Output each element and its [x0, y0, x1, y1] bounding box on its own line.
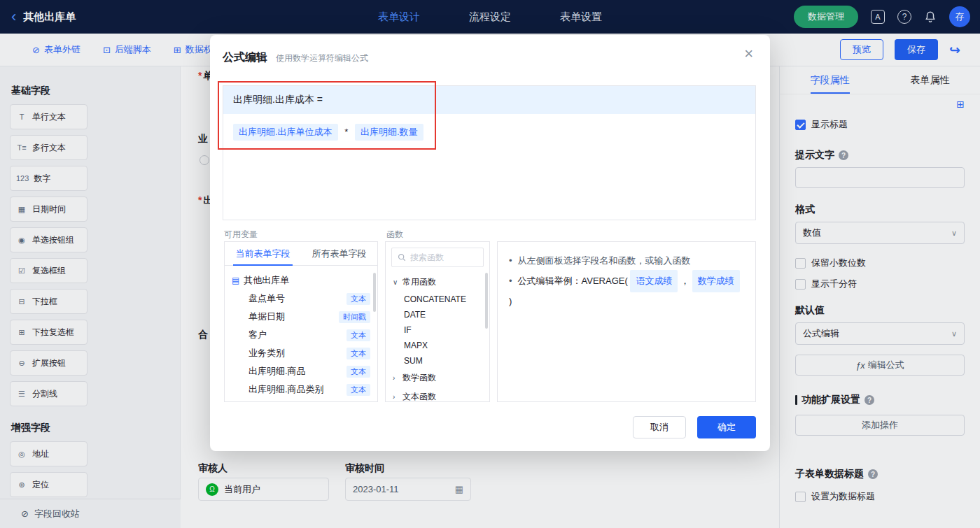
formula-target: 出库明细.出库成本 =	[223, 86, 755, 114]
function-group-text[interactable]: › 文本函数	[386, 387, 489, 402]
type-tag: 文本	[346, 384, 370, 396]
functions-label: 函数	[386, 229, 403, 241]
function-item[interactable]: IF	[386, 322, 489, 338]
type-tag: 时间戳	[339, 311, 370, 323]
tab-current-form-fields[interactable]: 当前表单字段	[225, 242, 301, 265]
variable-row[interactable]: 出库明细.商品文本	[225, 362, 377, 380]
variable-row[interactable]: 业务类别文本	[225, 344, 377, 362]
variable-row[interactable]: 客户文本	[225, 326, 377, 344]
formula-help-panel: •从左侧面板选择字段名和函数，或输入函数 •公式编辑举例：AVERAGE( 语文…	[497, 241, 756, 402]
function-group-math[interactable]: › 数学函数	[386, 369, 489, 387]
tree-root-label: 其他出库单	[244, 274, 289, 287]
chevron-right-icon: ›	[393, 374, 398, 382]
function-search-input[interactable]: 搜索函数	[391, 248, 484, 267]
search-placeholder: 搜索函数	[410, 252, 444, 264]
modal-title: 公式编辑	[223, 50, 267, 65]
tab-all-form-fields[interactable]: 所有表单字段	[301, 242, 377, 265]
function-group-common[interactable]: ∨ 常用函数	[386, 273, 489, 292]
confirm-button[interactable]: 确定	[697, 416, 756, 438]
formula-edit-modal: 公式编辑 使用数学运算符编辑公式 × 出库明细.出库成本 = 出库明细.出库单位…	[210, 35, 770, 451]
modal-subtitle: 使用数学运算符编辑公式	[276, 52, 368, 64]
help-line-1: •从左侧面板选择字段名和函数，或输入函数	[509, 252, 744, 270]
chevron-down-icon: ∨	[393, 278, 398, 286]
search-icon	[398, 253, 406, 262]
help-line-2: •公式编辑举例：AVERAGE( 语文成绩 ， 数学成绩 )	[509, 270, 744, 311]
variable-row[interactable]: 盘点单号文本	[225, 290, 377, 308]
formula-operator: *	[344, 127, 348, 137]
formula-editor[interactable]: 出库明细.出库成本 = 出库明细.出库单位成本 * 出库明细.数量	[223, 85, 756, 220]
type-tag: 文本	[346, 329, 370, 341]
functions-panel: 搜索函数 ∨ 常用函数 CONCATENATE DATE IF MAPX SUM…	[385, 241, 490, 402]
close-icon[interactable]: ×	[744, 46, 753, 62]
function-item[interactable]: SUM	[386, 353, 489, 369]
variables-label: 可用变量	[224, 229, 258, 241]
form-doc-icon: ▤	[232, 276, 239, 285]
variables-panel: 当前表单字段 所有表单字段 ▤ 其他出库单 盘点单号文本 单据日期时间戳 客户文…	[224, 241, 378, 402]
variable-row[interactable]: 出库明细.商品类别文本	[225, 380, 377, 399]
function-item[interactable]: MAPX	[386, 338, 489, 353]
function-item[interactable]: DATE	[386, 307, 489, 322]
scrollbar[interactable]	[373, 273, 376, 312]
variable-row[interactable]: 单据日期时间戳	[225, 308, 377, 326]
tree-root-form[interactable]: ▤ 其他出库单	[225, 271, 377, 290]
type-tag: 文本	[346, 293, 370, 305]
formula-field-chip[interactable]: 出库明细.出库单位成本	[233, 124, 338, 141]
type-tag: 文本	[346, 366, 370, 378]
function-item[interactable]: CONCATENATE	[386, 292, 489, 307]
example-field-chip: 数学成绩	[692, 270, 740, 292]
example-field-chip: 语文成绩	[630, 270, 678, 292]
chevron-right-icon: ›	[393, 393, 398, 401]
type-tag: 文本	[346, 348, 370, 359]
cancel-button[interactable]: 取消	[633, 416, 686, 438]
scrollbar[interactable]	[485, 273, 488, 329]
formula-field-chip[interactable]: 出库明细.数量	[355, 124, 424, 141]
